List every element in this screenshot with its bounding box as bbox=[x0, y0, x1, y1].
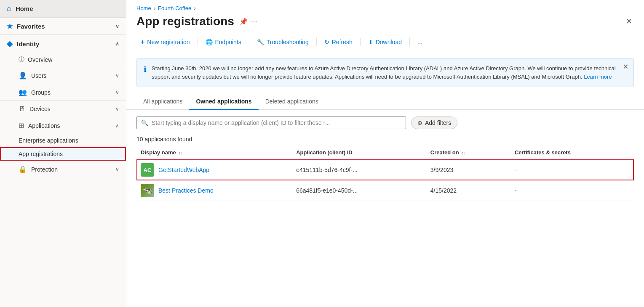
table-header: Display name ↑↓ Application (client) ID … bbox=[136, 146, 634, 159]
app-icon-cow: 🐄 bbox=[141, 184, 154, 197]
cell-certs-1: - bbox=[510, 159, 634, 180]
page-header: App registrations 📌 ··· ✕ bbox=[126, 13, 644, 33]
identity-label: Identity bbox=[17, 40, 39, 48]
plus-icon: + bbox=[141, 38, 144, 46]
cell-client-id-2: 66a481f5-e1e0-450d-... bbox=[292, 180, 426, 201]
chevron-up-icon: ∧ bbox=[115, 41, 119, 47]
star-icon: ★ bbox=[7, 22, 13, 30]
favorites-label: Favorites bbox=[17, 23, 45, 30]
sidebar-identity[interactable]: ◆ Identity ∧ bbox=[0, 34, 126, 53]
download-icon: ⬇ bbox=[368, 39, 373, 45]
refresh-button[interactable]: ↻ Refresh bbox=[320, 36, 357, 48]
table-area: 10 applications found Display name ↑↓ Ap… bbox=[126, 132, 644, 307]
tab-owned-applications[interactable]: Owned applications bbox=[189, 94, 258, 110]
table-body: AC GetStartedWebApp e415111b-5d76-4c9f-.… bbox=[136, 159, 634, 201]
sidebar-applications[interactable]: ⊞ Applications ∧ bbox=[0, 117, 126, 134]
info-banner: ℹ Starting June 30th, 2020 we will no lo… bbox=[136, 58, 634, 87]
header-icons: 📌 ··· bbox=[239, 17, 257, 26]
chevron-down-icon-users: ∨ bbox=[115, 73, 119, 79]
applications-table: Display name ↑↓ Application (client) ID … bbox=[136, 146, 634, 201]
sort-icon-name: ↑↓ bbox=[178, 150, 183, 155]
wrench-icon: 🔧 bbox=[257, 39, 264, 45]
app-name-link-1[interactable]: GetStartedWebApp bbox=[158, 167, 209, 173]
globe-icon: 🌐 bbox=[206, 39, 213, 45]
troubleshooting-button[interactable]: 🔧 Troubleshooting bbox=[253, 36, 313, 48]
groups-label: Groups bbox=[31, 89, 51, 96]
table-row[interactable]: AC GetStartedWebApp e415111b-5d76-4c9f-.… bbox=[136, 159, 634, 180]
enterprise-apps-label: Enterprise applications bbox=[19, 137, 78, 144]
cell-created-1: 3/9/2023 bbox=[426, 159, 510, 180]
sidebar-protection[interactable]: 🔒 Protection ∨ bbox=[0, 161, 126, 177]
overview-label: Overview bbox=[28, 56, 52, 63]
cell-certs-2: - bbox=[510, 180, 634, 201]
cell-app-name-1: AC GetStartedWebApp bbox=[136, 159, 292, 180]
app-name-link-2[interactable]: Best Practices Demo bbox=[158, 187, 214, 194]
cell-app-name-2: 🐄 Best Practices Demo bbox=[136, 180, 292, 201]
breadcrumb-home[interactable]: Home bbox=[136, 5, 151, 11]
overview-icon: ⓘ bbox=[19, 56, 24, 64]
sidebar-devices[interactable]: 🖥 Devices ∨ bbox=[0, 101, 126, 117]
chevron-down-icon-devices: ∨ bbox=[115, 106, 119, 112]
app-icon-ac: AC bbox=[141, 163, 154, 177]
tabs: All applications Owned applications Dele… bbox=[126, 94, 644, 110]
new-registration-button[interactable]: + New registration bbox=[136, 36, 194, 48]
pin-icon[interactable]: 📌 bbox=[239, 18, 248, 26]
more-options-icon[interactable]: ··· bbox=[251, 17, 257, 26]
protection-icon: 🔒 bbox=[19, 165, 27, 173]
learn-more-link[interactable]: Learn more bbox=[584, 74, 612, 80]
applications-label: Applications bbox=[28, 122, 60, 129]
breadcrumb-tenant[interactable]: Fourth Coffee bbox=[158, 5, 191, 11]
search-input[interactable] bbox=[152, 119, 401, 126]
close-button[interactable]: ✕ bbox=[624, 15, 634, 28]
col-client-id: Application (client) ID bbox=[292, 146, 426, 159]
sidebar-favorites[interactable]: ★ Favorites ∨ bbox=[0, 18, 126, 34]
sidebar-item-app-registrations[interactable]: App registrations bbox=[0, 147, 126, 161]
users-icon: 👤 bbox=[19, 71, 27, 79]
filter-icon: ⊕ bbox=[417, 119, 422, 126]
tab-all-applications[interactable]: All applications bbox=[136, 94, 189, 110]
app-registrations-label: App registrations bbox=[19, 151, 63, 157]
sidebar: ⌂ Home ★ Favorites ∨ ◆ Identity ∧ ⓘ Over… bbox=[0, 0, 126, 307]
endpoints-button[interactable]: 🌐 Endpoints bbox=[201, 36, 246, 48]
sidebar-item-overview[interactable]: ⓘ Overview bbox=[0, 53, 126, 67]
search-bar-row: 🔍 ⊕ Add filters bbox=[126, 110, 644, 132]
protection-label: Protection bbox=[31, 166, 58, 173]
toolbar-separator-3 bbox=[316, 38, 317, 46]
refresh-icon: ↻ bbox=[324, 39, 329, 45]
chevron-down-icon-protection: ∨ bbox=[115, 167, 119, 172]
chevron-down-icon: ∨ bbox=[115, 24, 119, 29]
home-icon: ⌂ bbox=[7, 4, 11, 13]
toolbar-separator-5 bbox=[409, 38, 410, 46]
info-banner-text: Starting June 30th, 2020 we will no long… bbox=[152, 64, 627, 81]
devices-label: Devices bbox=[29, 106, 51, 112]
more-toolbar-button[interactable]: ... bbox=[413, 36, 427, 48]
search-icon: 🔍 bbox=[141, 119, 148, 126]
toolbar-separator-2 bbox=[249, 38, 249, 46]
tab-deleted-applications[interactable]: Deleted applications bbox=[259, 94, 325, 110]
identity-icon: ◆ bbox=[7, 39, 13, 48]
home-label: Home bbox=[16, 5, 33, 12]
toolbar-separator-1 bbox=[198, 38, 198, 46]
chevron-up-icon-apps: ∧ bbox=[115, 123, 119, 129]
col-certs: Certificates & secrets bbox=[510, 146, 634, 159]
add-filters-button[interactable]: ⊕ Add filters bbox=[411, 116, 457, 129]
breadcrumb: Home › Fourth Coffee › bbox=[126, 0, 644, 13]
toolbar-separator-4 bbox=[360, 38, 361, 46]
sidebar-users[interactable]: 👤 Users ∨ bbox=[0, 67, 126, 84]
sidebar-groups[interactable]: 👥 Groups ∨ bbox=[0, 84, 126, 101]
count-row: 10 applications found bbox=[136, 132, 634, 146]
close-banner-button[interactable]: ✕ bbox=[623, 63, 628, 71]
groups-icon: 👥 bbox=[19, 88, 27, 96]
table-row[interactable]: 🐄 Best Practices Demo 66a481f5-e1e0-450d… bbox=[136, 180, 634, 201]
chevron-down-icon-groups: ∨ bbox=[115, 90, 119, 95]
toolbar: + New registration 🌐 Endpoints 🔧 Trouble… bbox=[126, 33, 644, 51]
col-created-on[interactable]: Created on ↑↓ bbox=[426, 146, 510, 159]
cell-created-2: 4/15/2022 bbox=[426, 180, 510, 201]
sort-icon-created: ↑↓ bbox=[461, 150, 466, 155]
col-display-name[interactable]: Display name ↑↓ bbox=[136, 146, 292, 159]
sidebar-item-home[interactable]: ⌂ Home bbox=[0, 0, 126, 18]
download-button[interactable]: ⬇ Download bbox=[364, 36, 406, 48]
sidebar-item-enterprise-apps[interactable]: Enterprise applications bbox=[0, 134, 126, 147]
search-box[interactable]: 🔍 bbox=[136, 116, 406, 129]
devices-icon: 🖥 bbox=[19, 105, 25, 113]
